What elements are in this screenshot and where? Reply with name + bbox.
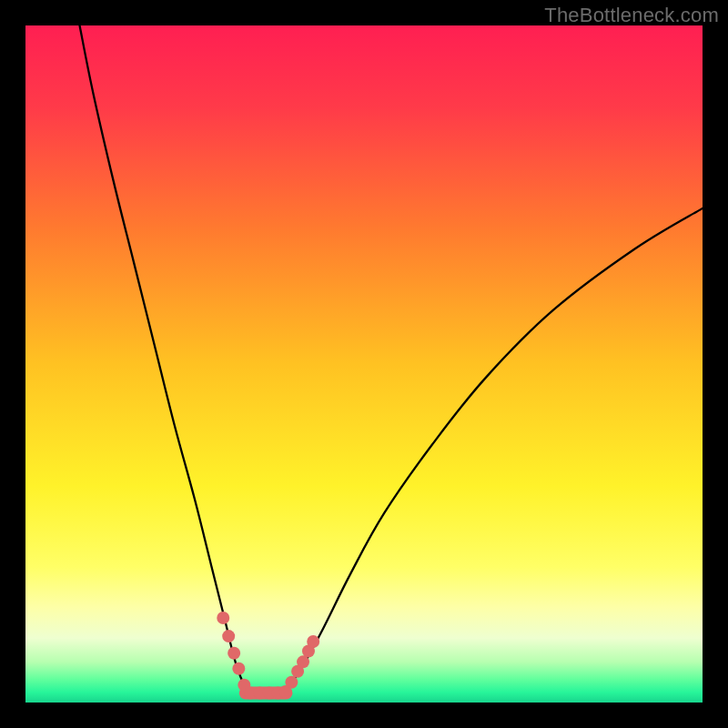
data-marker xyxy=(222,630,235,642)
curves-layer xyxy=(25,25,703,703)
data-marker xyxy=(307,635,319,648)
plot-area xyxy=(25,25,703,703)
data-marker xyxy=(285,676,298,689)
data-marker xyxy=(297,655,309,668)
data-marker xyxy=(228,647,240,660)
data-marker xyxy=(217,612,229,624)
data-marker xyxy=(232,662,245,675)
curve-left xyxy=(80,25,256,693)
chart-frame: TheBottleneck.com xyxy=(0,0,728,728)
curve-right xyxy=(276,208,703,693)
watermark-text: TheBottleneck.com xyxy=(544,4,719,27)
